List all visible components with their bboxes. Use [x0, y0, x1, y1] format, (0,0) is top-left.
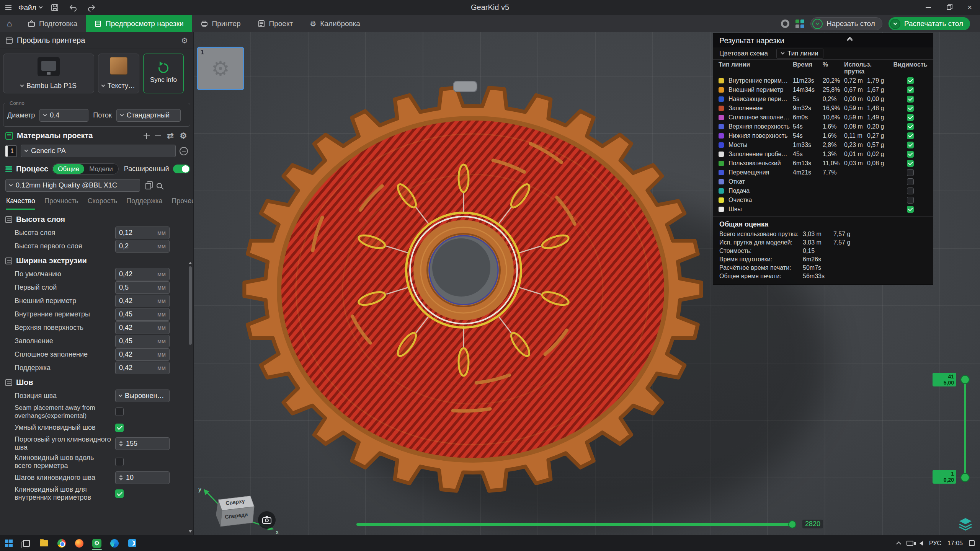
tray-display-icon[interactable]	[906, 541, 913, 546]
firefox-button[interactable]	[70, 535, 88, 551]
tab-support[interactable]: Поддержка	[126, 197, 162, 210]
support-width-input[interactable]: 0,42мм	[115, 362, 170, 374]
home-tab[interactable]: ⌂	[0, 15, 19, 32]
infill-width-input[interactable]: 0,45мм	[115, 335, 170, 347]
move-slider-handle[interactable]	[788, 520, 796, 528]
stepper-arrows-icon[interactable]	[119, 441, 123, 447]
layer-slider-top-handle[interactable]	[960, 375, 970, 384]
tab-printer[interactable]: Принтер	[192, 15, 249, 32]
scroll-down-icon[interactable]	[189, 530, 192, 533]
visibility-checkbox[interactable]	[907, 178, 914, 185]
tab-quality[interactable]: Качество	[6, 197, 35, 210]
print-dropdown-icon[interactable]	[890, 19, 900, 29]
edge-button[interactable]	[106, 535, 123, 551]
camera-button[interactable]	[258, 511, 276, 529]
tab-prepare[interactable]: Подготовка	[19, 15, 86, 32]
printer-select[interactable]: Bambu Lab P1S	[21, 82, 77, 90]
advanced-toggle[interactable]	[173, 165, 190, 173]
scroll-up-icon[interactable]	[189, 262, 192, 264]
save-icon[interactable]	[49, 2, 60, 13]
filament-settings-gear-icon[interactable]: ⚙	[179, 132, 188, 140]
first-layer-width-input[interactable]: 0,5мм	[115, 281, 170, 294]
3d-viewport[interactable]: 1 ⚙ 2820 41 5,00 1 0,20 y x Сверх	[194, 32, 980, 535]
slice-dropdown-icon[interactable]	[812, 19, 823, 29]
process-scope-toggle[interactable]: Общие Модели	[52, 163, 119, 174]
app-menu-icon[interactable]	[5, 5, 11, 10]
start-button[interactable]	[0, 535, 18, 551]
tab-project[interactable]: Проект	[249, 15, 302, 32]
layer-height-input[interactable]: 0,12мм	[115, 227, 170, 239]
language-indicator[interactable]: РУС	[929, 540, 941, 547]
scarf-angle-stepper[interactable]: 155	[115, 437, 170, 450]
process-preset-select[interactable]: 0.12mm High Quality @BBL X1C	[5, 179, 140, 192]
layer-slider-track[interactable]	[964, 376, 966, 479]
notifications-button[interactable]	[969, 540, 975, 546]
scarf-entire-wall-checkbox[interactable]	[115, 458, 124, 466]
vscode-button[interactable]	[123, 535, 141, 551]
clock[interactable]: 17:05	[947, 540, 963, 547]
tab-preview[interactable]: Предпросмотр нарезки	[86, 15, 192, 32]
plate-thumbnail[interactable]: 1 ⚙	[197, 47, 244, 90]
search-icon[interactable]	[157, 183, 162, 188]
visibility-checkbox[interactable]	[907, 77, 914, 84]
apps-grid-icon[interactable]	[795, 20, 804, 28]
filament-slot-badge[interactable]: 1	[5, 145, 17, 157]
first-layer-height-input[interactable]: 0,2мм	[115, 240, 170, 253]
chrome-button[interactable]	[53, 535, 70, 551]
default-width-input[interactable]: 0,42мм	[115, 268, 170, 280]
inner-wall-width-input[interactable]: 0,45мм	[115, 308, 170, 321]
visibility-checkbox[interactable]	[907, 151, 914, 158]
seam-away-overhangs-checkbox[interactable]	[115, 408, 124, 416]
visibility-checkbox[interactable]	[907, 96, 914, 103]
flow-select[interactable]: Стандартный	[116, 109, 181, 122]
sidebar-scrollbar[interactable]	[188, 262, 193, 533]
tab-strength[interactable]: Прочность	[44, 197, 78, 210]
visibility-checkbox[interactable]	[907, 114, 914, 121]
sync-info-button[interactable]: Sync info	[143, 54, 184, 93]
color-scheme-select[interactable]: Тип линии	[776, 49, 823, 59]
tab-calibration[interactable]: ⚙ Калибровка	[301, 15, 369, 32]
copy-preset-icon[interactable]	[145, 183, 151, 189]
visibility-checkbox[interactable]	[907, 197, 914, 204]
filament-ring-icon[interactable]	[781, 20, 789, 28]
plate-select[interactable]: Текстур…	[102, 82, 136, 90]
visibility-checkbox[interactable]	[907, 132, 914, 139]
tab-others[interactable]: Прочее	[172, 197, 194, 210]
visibility-checkbox[interactable]	[907, 169, 914, 176]
stepper-arrows-icon[interactable]	[119, 475, 123, 481]
tab-speed[interactable]: Скорость	[88, 197, 118, 210]
visibility-checkbox[interactable]	[907, 160, 914, 167]
visibility-checkbox[interactable]	[907, 86, 914, 93]
scrollbar-thumb[interactable]	[189, 266, 192, 345]
scarf-inner-walls-checkbox[interactable]	[115, 489, 124, 498]
remove-filament-icon[interactable]	[154, 132, 162, 140]
tray-volume-icon[interactable]	[920, 541, 923, 546]
layer-slider-bottom-handle[interactable]	[960, 473, 970, 482]
printer-settings-gear-icon[interactable]: ⚙	[181, 36, 188, 45]
file-explorer-button[interactable]	[35, 535, 53, 551]
task-view-button[interactable]	[18, 535, 35, 551]
swap-filament-icon[interactable]: ⇄	[166, 132, 175, 140]
add-filament-icon[interactable]	[143, 132, 150, 140]
tray-expand-button[interactable]	[897, 541, 900, 546]
scope-global[interactable]: Общие	[53, 164, 84, 174]
print-plate-button[interactable]: Распечатать стол	[889, 17, 970, 30]
file-menu[interactable]: Файл	[18, 3, 42, 12]
redo-icon[interactable]	[86, 2, 97, 13]
seam-position-select[interactable]: Выровнен…	[115, 390, 170, 402]
undo-icon[interactable]	[67, 2, 79, 13]
slice-plate-button[interactable]: Нарезать стол	[810, 17, 882, 30]
smart-scarf-seam-checkbox[interactable]	[115, 424, 124, 432]
move-slider[interactable]: 2820	[356, 520, 799, 528]
visibility-checkbox[interactable]	[907, 187, 914, 194]
gearkid-app-button[interactable]: ⚙	[88, 535, 106, 551]
maximize-button[interactable]	[939, 0, 959, 15]
visibility-checkbox[interactable]	[907, 142, 914, 148]
diameter-select[interactable]: 0.4	[39, 109, 88, 122]
move-slider-track[interactable]	[356, 523, 792, 526]
scarf-steps-stepper[interactable]: 10	[115, 471, 170, 484]
minimize-button[interactable]	[918, 0, 939, 15]
visibility-checkbox[interactable]	[907, 206, 914, 213]
remove-filament-circle-icon[interactable]	[180, 147, 188, 155]
close-button[interactable]: ×	[959, 0, 980, 15]
